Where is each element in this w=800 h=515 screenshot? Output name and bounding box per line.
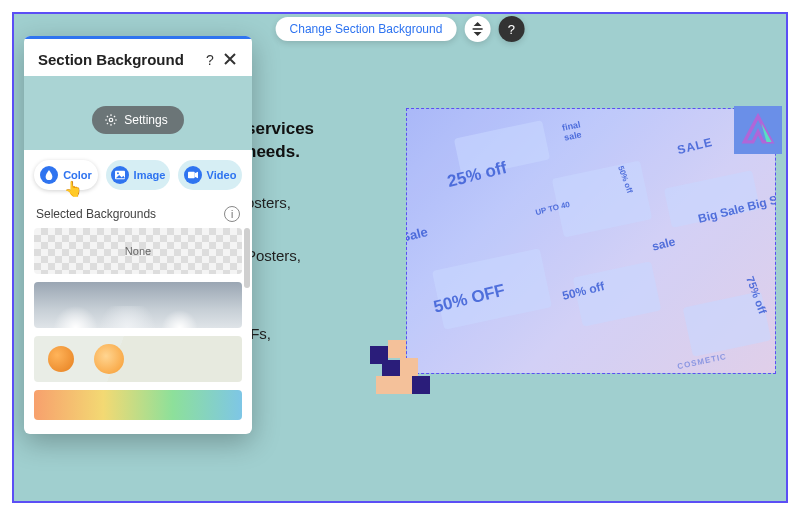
section-heading: services needs. [246,118,314,164]
hero-label-sale-left: Sale [407,224,429,245]
help-button[interactable]: ? [498,16,524,42]
panel-help-button[interactable]: ? [200,52,220,68]
cursor-hand-icon: 👆 [64,180,83,198]
tab-video[interactable]: Video [178,160,242,190]
panel-preview-area: Settings [24,76,252,150]
decorative-pixel-cluster [370,340,440,400]
video-icon [184,166,202,184]
section-background-panel: Section Background ? Settings Color 👆 [24,36,252,434]
close-icon [224,53,236,65]
thumb-none[interactable]: None [34,228,242,274]
settings-button[interactable]: Settings [92,106,183,134]
background-thumbnails: None [24,228,252,434]
thumb-none-label: None [125,245,151,257]
hero-label-sale: SALE [676,135,714,157]
panel-close-button[interactable] [220,52,240,68]
svg-rect-4 [188,172,195,179]
tab-image-label: Image [134,169,166,181]
selected-backgrounds-header: Selected Backgrounds i [24,200,252,228]
section-body-text: osters, Posters, , IFs, [246,190,301,348]
triangle-logo-icon [741,113,775,147]
section-floating-toolbar: Change Section Background ? [276,16,525,42]
droplet-icon [40,166,58,184]
svg-point-1 [110,118,114,122]
panel-header: Section Background ? [24,39,252,76]
selected-backgrounds-label: Selected Backgrounds [36,207,156,221]
hero-label-sale-small: sale [651,234,677,253]
svg-point-3 [117,172,119,174]
image-icon [111,166,129,184]
change-section-background-label: Change Section Background [290,22,443,36]
hero-image: final sale 25% off SALE Big Sale Big Sal… [407,109,775,373]
svg-rect-0 [472,28,482,30]
stretch-section-button[interactable] [464,16,490,42]
panel-title: Section Background [38,51,200,68]
info-icon[interactable]: i [224,206,240,222]
change-section-background-button[interactable]: Change Section Background [276,17,457,41]
thumb-mountains[interactable] [34,282,242,328]
hero-image-frame[interactable]: final sale 25% off SALE Big Sale Big Sal… [406,108,776,374]
hero-label-final-sale: final sale [561,119,583,142]
settings-button-label: Settings [124,113,167,127]
thumb-oranges[interactable] [34,336,242,382]
scrollbar[interactable] [244,228,250,288]
tab-color[interactable]: Color 👆 [34,160,98,190]
stretch-icon [471,22,483,36]
corner-logo [734,106,782,154]
thumb-gradient[interactable] [34,390,242,420]
gear-icon [104,113,118,127]
tab-image[interactable]: Image [106,160,170,190]
background-type-tabs: Color 👆 Image Video [24,150,252,200]
editor-canvas: Change Section Background ? services nee… [12,12,788,503]
tab-video-label: Video [207,169,237,181]
help-icon: ? [508,22,515,37]
